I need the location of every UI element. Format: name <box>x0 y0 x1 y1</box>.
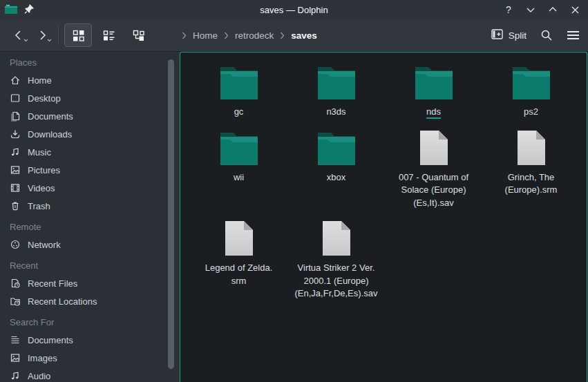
places-panel: Places Home Desktop Documents Downloads … <box>0 52 180 382</box>
section-remote: Remote <box>0 218 180 236</box>
documents-icon <box>10 111 21 122</box>
file-icon <box>322 220 351 256</box>
file-item-007-quantum-of-solace[interactable]: 007 - Quantum of Solace (Europe) (Es,It)… <box>385 130 482 210</box>
sidebar-item-pictures[interactable]: Pictures <box>0 161 180 179</box>
folder-item-n3ds[interactable]: n3ds <box>287 64 385 119</box>
item-label: 007 - Quantum of Solace (Europe) (Es,It)… <box>399 172 468 208</box>
sidebar-item-music[interactable]: Music <box>0 143 180 161</box>
folder-item-xbox[interactable]: xbox <box>287 130 385 184</box>
recent-locations-icon <box>10 296 21 307</box>
sidebar-item-downloads[interactable]: Downloads <box>0 125 180 143</box>
item-label: ps2 <box>524 106 538 117</box>
chevron-right-icon <box>182 32 187 39</box>
file-item-legend-of-zelda[interactable]: Legend of Zelda. srm <box>190 220 287 287</box>
item-label: Grinch, The (Europe).srm <box>505 172 558 195</box>
sidebar-item-search-images[interactable]: Images <box>0 349 180 367</box>
search-documents-icon <box>10 334 21 345</box>
file-item-grinch[interactable]: Grinch, The (Europe).srm <box>482 130 580 197</box>
folder-item-gc[interactable]: gc <box>190 64 287 119</box>
breadcrumb: Home retrodeck saves <box>182 19 317 51</box>
sidebar-item-search-documents[interactable]: Documents <box>0 331 180 349</box>
forward-button[interactable] <box>30 23 54 47</box>
folder-icon <box>220 130 258 166</box>
home-icon <box>10 75 21 86</box>
folder-icon <box>415 64 453 100</box>
sidebar-item-recent-locations[interactable]: Recent Locations <box>0 292 180 310</box>
item-label: Legend of Zelda. srm <box>205 262 273 286</box>
sidebar-item-search-audio[interactable]: Audio <box>0 367 180 382</box>
close-button[interactable] <box>567 2 582 17</box>
forward-dropdown-icon[interactable] <box>47 34 52 44</box>
back-dropdown-icon[interactable] <box>23 34 28 44</box>
section-search-for: Search For <box>0 313 180 331</box>
breadcrumb-home[interactable]: Home <box>193 30 218 41</box>
file-icon <box>225 220 254 256</box>
icons-view-button[interactable] <box>64 23 92 47</box>
dolphin-window: saves — Dolphin ? <box>0 0 588 382</box>
desktop-icon <box>10 93 21 104</box>
back-button[interactable] <box>7 23 30 47</box>
chevron-right-icon <box>224 32 229 39</box>
toolbar: Home retrodeck saves Split <box>0 19 588 51</box>
sidebar-item-home[interactable]: Home <box>0 71 180 89</box>
videos-icon <box>10 182 21 193</box>
sidebar-item-recent-files[interactable]: Recent Files <box>0 274 180 292</box>
help-button[interactable]: ? <box>501 2 516 17</box>
hamburger-menu-icon[interactable] <box>567 30 580 40</box>
sidebar-scrollbar[interactable] <box>168 59 174 369</box>
section-recent: Recent <box>0 256 180 274</box>
sidebar-item-trash[interactable]: Trash <box>0 197 180 215</box>
trash-icon <box>10 200 21 211</box>
folder-icon <box>317 64 356 100</box>
item-label: gc <box>234 106 244 117</box>
search-images-icon <box>10 352 21 363</box>
window-title: saves — Dolphin <box>0 5 588 15</box>
folder-item-nds[interactable]: nds <box>385 64 482 119</box>
folder-icon <box>220 64 258 100</box>
folder-icon <box>317 130 356 166</box>
file-icon <box>517 130 546 166</box>
file-item-virtua-striker[interactable]: Virtua Striker 2 Ver. 2000.1 (Europe) (E… <box>287 220 385 300</box>
details-view-button[interactable] <box>95 23 122 47</box>
recent-files-icon <box>10 278 21 289</box>
folder-item-wii[interactable]: wii <box>190 130 287 184</box>
item-label-focused: nds <box>426 106 441 119</box>
section-places: Places <box>0 53 180 71</box>
folder-item-ps2[interactable]: ps2 <box>482 64 580 119</box>
toolbar-separator <box>58 26 59 44</box>
split-icon <box>491 29 503 41</box>
item-label: Virtua Striker 2 Ver. 2000.1 (Europe) (E… <box>295 262 378 298</box>
breadcrumb-saves[interactable]: saves <box>291 30 317 41</box>
sidebar-item-network[interactable]: Network <box>0 236 180 254</box>
sidebar-item-videos[interactable]: Videos <box>0 179 180 197</box>
minimize-button[interactable] <box>523 2 538 17</box>
item-label: xbox <box>327 172 345 182</box>
split-label: Split <box>509 30 527 41</box>
sidebar-item-desktop[interactable]: Desktop <box>0 89 180 107</box>
folder-icon <box>512 64 551 100</box>
file-icon <box>419 130 448 166</box>
item-label: n3ds <box>326 106 345 117</box>
search-audio-icon <box>10 370 21 381</box>
search-icon[interactable] <box>540 29 553 41</box>
sidebar-item-documents[interactable]: Documents <box>0 107 180 125</box>
split-button[interactable]: Split <box>491 29 527 41</box>
downloads-icon <box>10 128 21 140</box>
titlebar: saves — Dolphin ? <box>0 0 588 19</box>
item-label: wii <box>234 172 244 182</box>
network-icon <box>10 239 21 250</box>
music-icon <box>10 146 21 157</box>
chevron-right-icon <box>280 32 285 39</box>
pin-icon[interactable] <box>24 3 35 16</box>
app-folder-icon <box>4 3 18 17</box>
pictures-icon <box>10 164 21 175</box>
breadcrumb-retrodeck[interactable]: retrodeck <box>235 30 274 41</box>
file-view[interactable]: gc n3ds nds <box>180 52 587 382</box>
maximize-button[interactable] <box>545 2 560 17</box>
tree-view-button[interactable] <box>125 23 153 47</box>
